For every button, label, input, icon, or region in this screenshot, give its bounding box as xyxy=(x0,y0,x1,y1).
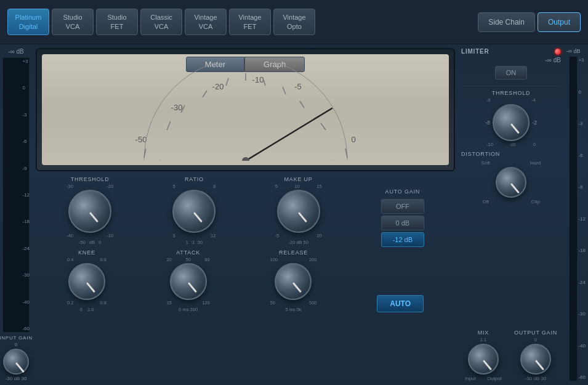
limiter-value: -∞ dB xyxy=(461,57,561,63)
knee-scale-btm: 0.20.8 xyxy=(67,300,107,306)
distortion-section: DISTORTION Soft Hard Off Clip xyxy=(461,151,561,205)
preset-btn-classic-vca[interactable]: Classic VCA xyxy=(140,9,182,35)
preset-btn-vintage-opto[interactable]: Vintage Opto xyxy=(273,9,315,35)
side-chain-button[interactable]: Side Chain xyxy=(478,12,535,32)
preset-btn-studio-vca[interactable]: Studio VCA xyxy=(52,9,94,35)
knee-label: KNEE xyxy=(78,249,95,256)
preset-buttons: Platinum Digital Studio VCA Studio FET C… xyxy=(7,9,470,35)
svg-text:-10: -10 xyxy=(252,75,264,84)
bottom-controls-row: KNEE 0.40.6 0.20.8 0 1.0 ATTACK xyxy=(36,249,455,312)
preset-btn-vintage-fet[interactable]: Vintage FET xyxy=(229,9,271,35)
attack-knob[interactable] xyxy=(170,263,207,300)
ratio-scale-top: 58 xyxy=(172,184,215,189)
mix-io-labels: Input Output xyxy=(465,376,502,381)
threshold-right-scale-btm: -10dB0 xyxy=(486,142,536,147)
threshold-scale-top: -30-20 xyxy=(66,184,113,189)
threshold-label: THRESHOLD xyxy=(71,176,110,182)
right-col: LIMITER -∞ dB ON THRESHOLD -6-4 -8 xyxy=(459,44,588,385)
distortion-off: Off xyxy=(482,199,489,205)
attack-label: ATTACK xyxy=(176,249,200,256)
output-gain-label: OUTPUT GAIN xyxy=(514,330,557,336)
svg-point-18 xyxy=(242,157,249,161)
input-gain-label: INPUT GAIN xyxy=(0,335,33,341)
release-scale-top: 100200 xyxy=(270,257,316,262)
ratio-label: RATIO xyxy=(185,176,204,182)
top-bar: Platinum Digital Studio VCA Studio FET C… xyxy=(0,0,588,44)
knee-unit: 0 1.0 xyxy=(79,307,94,312)
release-block: RELEASE 100200 50500 5 ms 5k xyxy=(270,249,316,312)
auto-gain-12db-btn[interactable]: -12 dB xyxy=(381,232,424,247)
top-controls-row: THRESHOLD -30-20 -40-10 -50 dB 0 RATIO xyxy=(36,176,455,247)
distortion-label: DISTORTION xyxy=(461,151,500,157)
svg-text:-5: -5 xyxy=(294,82,302,91)
mix-input-label: Input xyxy=(465,376,476,381)
svg-text:0: 0 xyxy=(351,135,355,144)
output-button[interactable]: Output xyxy=(538,12,581,32)
preset-btn-platinum-digital[interactable]: Platinum Digital xyxy=(7,9,49,35)
makeup-knob[interactable] xyxy=(277,190,320,233)
vu-display-inner: Meter Graph -50 -30 -20 -10 -5 xyxy=(42,54,449,165)
threshold-right-label: THRESHOLD xyxy=(492,90,531,96)
attack-scale-top: 205080 xyxy=(167,257,210,262)
app-layout: Platinum Digital Studio VCA Studio FET C… xyxy=(0,0,588,385)
attack-block: ATTACK 205080 15120 0 ms 200 xyxy=(167,249,210,312)
limiter-label: LIMITER xyxy=(461,48,489,55)
mid-col: Meter Graph -50 -30 -20 -10 -5 xyxy=(32,44,459,385)
content-row: -∞ dB +3 0 -3 -6 -9 -12 -18 -24 -30 xyxy=(0,44,588,385)
makeup-scale-btm: -520 xyxy=(275,233,322,238)
makeup-scale-top: 51015 xyxy=(275,184,322,189)
auto-gain-off-btn[interactable]: OFF xyxy=(381,199,424,214)
limiter-row: LIMITER xyxy=(461,48,561,55)
attack-scale-btm: 15120 xyxy=(167,300,210,306)
knee-knob[interactable] xyxy=(68,263,105,300)
auto-btn-section: AUTO xyxy=(377,249,424,312)
mix-block: MIX 1:1 Input Output xyxy=(465,330,502,381)
release-scale-btm: 50500 xyxy=(270,300,316,306)
auto-gain-0db-btn[interactable]: 0 dB xyxy=(381,216,424,230)
distortion-clip: Clip xyxy=(531,199,540,205)
svg-text:-30: -30 xyxy=(171,103,182,112)
threshold-right-scale-top: -6-4 xyxy=(486,97,536,103)
side-chain-output: Side Chain Output xyxy=(478,12,581,32)
auto-button[interactable]: AUTO xyxy=(377,295,424,312)
auto-gain-section: AUTO GAIN OFF 0 dB -12 dB xyxy=(381,176,424,247)
input-gain-knob[interactable] xyxy=(3,349,29,375)
left-meter-top-label: -∞ dB xyxy=(8,48,23,55)
makeup-block: MAKE UP 51015 -520 -20 dB 50 xyxy=(275,176,322,247)
limiter-on-button[interactable]: ON xyxy=(495,66,527,79)
output-gain-knob[interactable] xyxy=(520,344,551,375)
distortion-soft: Soft xyxy=(481,160,490,166)
preset-btn-vintage-vca[interactable]: Vintage VCA xyxy=(185,9,227,35)
ratio-block: RATIO 58 312 1 :1 30 xyxy=(172,176,215,247)
mix-label: MIX xyxy=(478,330,489,336)
right-meter-top-label: -∞ dB xyxy=(566,48,581,54)
output-gain-block: OUTPUT GAIN 0 -30 dB 30 xyxy=(514,330,557,381)
threshold-right-knob[interactable] xyxy=(493,104,530,141)
threshold-block: THRESHOLD -30-20 -40-10 -50 dB 0 xyxy=(66,176,113,247)
mix-knob[interactable] xyxy=(468,344,499,375)
right-vu-meter-col: -∞ dB +3 0 -3 -6 -9 -12 -18 xyxy=(561,48,586,381)
knee-block: KNEE 0.40.6 0.20.8 0 1.0 xyxy=(67,249,107,312)
preset-btn-studio-fet[interactable]: Studio FET xyxy=(96,9,138,35)
right-controls: LIMITER -∞ dB ON THRESHOLD -6-4 -8 xyxy=(461,48,561,381)
output-gain-scale: 0 xyxy=(534,337,537,342)
release-knob[interactable] xyxy=(275,263,312,300)
svg-line-9 xyxy=(203,91,207,97)
svg-text:-20: -20 xyxy=(212,82,224,91)
main-container: Platinum Digital Studio VCA Studio FET C… xyxy=(0,0,588,385)
distortion-sub-labels: Soft Hard xyxy=(461,160,561,166)
svg-line-7 xyxy=(167,121,171,130)
svg-line-14 xyxy=(300,101,304,108)
svg-line-13 xyxy=(283,87,286,94)
knee-scale-top: 0.40.6 xyxy=(67,257,107,262)
distortion-row: DISTORTION xyxy=(461,151,561,158)
threshold-right-section: THRESHOLD -6-4 -8 -2 -10dB0 xyxy=(461,90,561,147)
left-meter-col: -∞ dB +3 0 -3 -6 -9 -12 -18 -24 -30 xyxy=(0,44,32,385)
distortion-hard: Hard xyxy=(530,160,541,166)
ratio-knob[interactable] xyxy=(172,190,215,233)
distortion-knob[interactable] xyxy=(496,167,526,198)
threshold-unit: -50 dB 0 xyxy=(79,240,102,245)
makeup-unit: -20 dB 50 xyxy=(288,240,308,245)
threshold-knob[interactable] xyxy=(68,190,111,233)
vu-arc-svg: -50 -30 -20 -10 -5 0 xyxy=(123,62,369,161)
